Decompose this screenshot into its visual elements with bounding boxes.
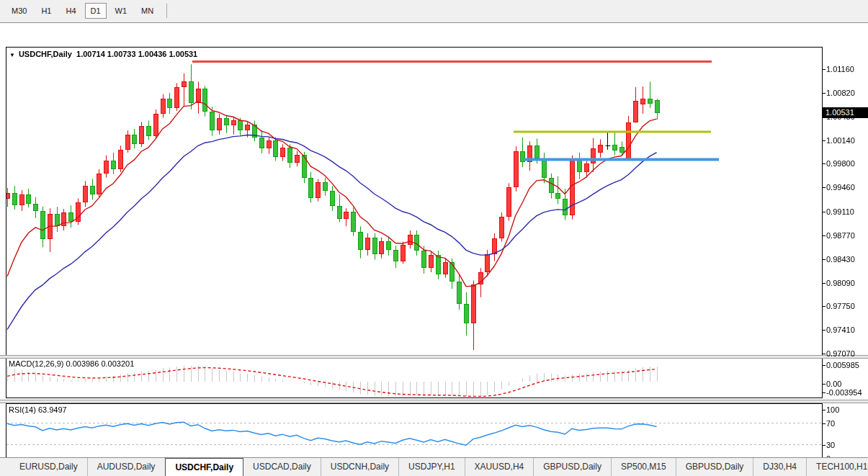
- rsi-indicator-label: RSI(14) 63.9497: [9, 405, 67, 414]
- chart-window: ▼USDCHF,Daily 1.00714 1.00733 1.00436 1.…: [0, 22, 868, 457]
- timeframe-button-d1[interactable]: D1: [85, 3, 107, 19]
- macd-splitter[interactable]: [0, 355, 868, 359]
- tab-usdcnh-daily[interactable]: USDCNH,Daily: [321, 458, 398, 476]
- price-tick-label: 0.98090: [826, 279, 855, 287]
- mt4-window: M30H1H4D1W1MN ▼USDCHF,Daily 1.00714 1.00…: [0, 0, 868, 476]
- price-tick-label: 0.97070: [826, 349, 855, 358]
- tab-xauusd-h4[interactable]: XAUUSD,H4: [465, 458, 534, 476]
- price-tick: [823, 259, 826, 260]
- chart-ohlc-values: 1.00714 1.00733 1.00436 1.00531: [76, 50, 197, 58]
- price-tick: [823, 93, 826, 94]
- chart-symbol-label: USDCHF,Daily: [19, 50, 72, 58]
- rsi-scale-tick: [823, 410, 826, 410]
- chart-tab-bar: EURUSD,DailyAUDUSD,DailyUSDCHF,DailyUSDC…: [0, 457, 868, 476]
- price-tick: [823, 69, 826, 70]
- timeframe-button-row: M30H1H4D1W1MN: [4, 2, 173, 19]
- macd-scale-label: -0.003954: [826, 388, 862, 397]
- macd-scale-label: 0.005985: [826, 361, 859, 369]
- timeframe-toolbar: M30H1H4D1W1MN: [0, 0, 868, 22]
- price-tick: [823, 283, 826, 284]
- macd-scale-tick: [823, 365, 826, 366]
- tab-sp500-m15[interactable]: SP500,M15: [611, 458, 676, 476]
- price-tick-label: 0.99800: [826, 159, 855, 168]
- chevron-down-icon: ▼: [9, 52, 15, 58]
- rsi-scale-label: 30: [826, 441, 835, 449]
- price-tick: [823, 306, 826, 307]
- timeframe-button-h4[interactable]: H4: [60, 3, 81, 19]
- tab-usdchf-daily[interactable]: USDCHF,Daily: [165, 458, 243, 476]
- timeframe-button-h1[interactable]: H1: [35, 3, 57, 19]
- price-tick: [823, 330, 826, 331]
- macd-scale-label: 0.00: [826, 380, 841, 388]
- price-chart-canvas[interactable]: [0, 23, 868, 476]
- tab-eurusd-daily[interactable]: EURUSD,Daily: [10, 458, 87, 476]
- price-tick: [823, 212, 826, 212]
- rsi-scale-label: 70: [826, 419, 835, 428]
- price-tick-label: 0.99110: [826, 207, 854, 216]
- price-tick-label: 1.00140: [826, 136, 855, 145]
- price-tick: [823, 354, 826, 354]
- toolbar-separator: [166, 4, 167, 18]
- macd-scale-tick: [823, 384, 826, 385]
- tab-usdcad-daily[interactable]: USDCAD,Daily: [243, 458, 321, 476]
- price-tick: [823, 187, 826, 188]
- price-tick-label: 0.97750: [826, 302, 855, 310]
- rsi-scale-label: 100: [826, 405, 839, 414]
- chart-title: ▼USDCHF,Daily 1.00714 1.00733 1.00436 1.…: [9, 50, 197, 58]
- timeframe-button-mn[interactable]: MN: [135, 3, 159, 19]
- price-tick-label: 0.97410: [826, 325, 855, 334]
- price-tick-label: 0.99460: [826, 183, 855, 192]
- rsi-scale-tick: [823, 423, 826, 424]
- tab-audusd-daily[interactable]: AUDUSD,Daily: [87, 458, 165, 476]
- price-tick-label: 1.00820: [826, 89, 855, 97]
- price-tick-label: 0.98770: [826, 231, 855, 240]
- tab-tech100-h1[interactable]: TECH100,H1: [806, 458, 868, 476]
- macd-indicator-label: MACD(12,26,9) 0.003986 0.003201: [9, 359, 134, 368]
- rsi-scale-tick: [823, 445, 826, 446]
- price-tick: [823, 140, 826, 141]
- tab-dj30-h4[interactable]: DJ30,H4: [753, 458, 806, 476]
- tab-usdjpy-h1[interactable]: USDJPY,H1: [398, 458, 464, 476]
- timeframe-button-m30[interactable]: M30: [6, 3, 32, 19]
- price-tick: [823, 163, 826, 164]
- timeframe-button-w1[interactable]: W1: [109, 3, 133, 19]
- current-price-badge: 1.00531: [822, 107, 868, 118]
- price-tick-label: 0.98430: [826, 255, 855, 264]
- tab-gbpusd-daily[interactable]: GBPUSD,Daily: [533, 458, 611, 476]
- tab-gbpusd-daily[interactable]: GBPUSD,Daily: [676, 458, 753, 476]
- macd-scale-tick: [823, 392, 826, 393]
- price-tick: [823, 235, 826, 236]
- chart-tabs: EURUSD,DailyAUDUSD,DailyUSDCHF,DailyUSDC…: [10, 458, 868, 476]
- rsi-splitter[interactable]: [0, 400, 868, 403]
- price-tick-label: 1.01160: [826, 65, 854, 73]
